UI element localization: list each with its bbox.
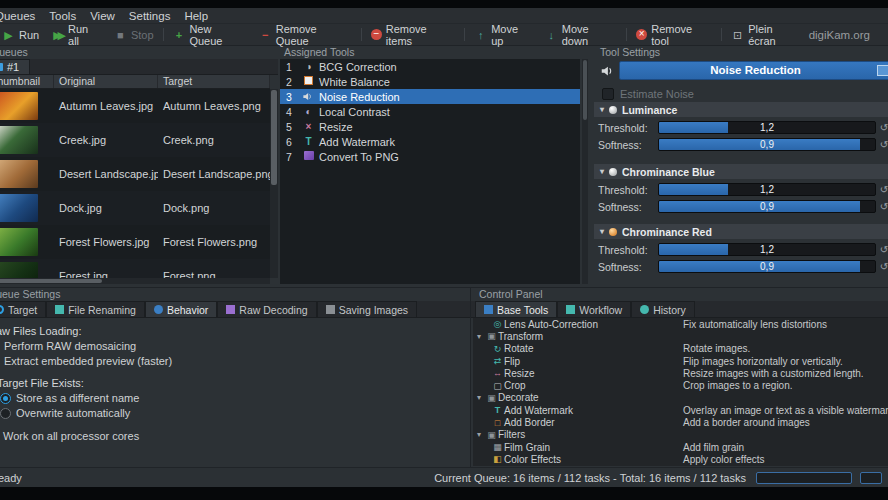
move-up-button[interactable]: ↑Move up (468, 21, 539, 49)
tree-item[interactable]: □Add BorderAdd a border around images (473, 416, 888, 428)
tree-category[interactable]: ▾▣Transform (473, 330, 888, 342)
table-row[interactable]: Creek.jpgCreek.png (0, 123, 270, 157)
option-label: Perform RAW demosaicing (4, 340, 136, 352)
list-item[interactable]: 1◑BCG Correction (280, 59, 580, 74)
queue-table-body: Autumn Leaves.jpgAutumn Leaves.png Creek… (0, 89, 270, 278)
softness-slider[interactable]: 0,9 (658, 138, 876, 151)
tab-workflow[interactable]: Workflow (557, 301, 631, 317)
threshold-slider[interactable]: 1,2 (658, 121, 876, 134)
film-grain-icon: ▦ (491, 442, 504, 452)
tab-behavior[interactable]: Behavior (145, 301, 217, 317)
menu-queues[interactable]: Queues (0, 10, 42, 22)
detach-icon[interactable] (877, 65, 888, 76)
tree-item[interactable]: TAdd WatermarkOverlay an image or text a… (473, 404, 888, 416)
base-tools-icon (484, 305, 493, 314)
tool-index: 6 (286, 136, 298, 148)
radio-option[interactable]: Extract embedded preview (faster) (0, 354, 470, 368)
list-item[interactable]: 6TAdd Watermark (280, 134, 580, 149)
reset-icon[interactable]: ↺ (876, 139, 888, 150)
radio-option[interactable]: Overwrite automatically (0, 406, 470, 420)
table-row[interactable]: Forest.jpgForest.png (0, 259, 270, 278)
queue-settings-title: Queue Settings (0, 288, 470, 301)
table-row[interactable]: Autumn Leaves.jpgAutumn Leaves.png (0, 89, 270, 123)
tree-item[interactable]: ▦Film GrainAdd film grain (473, 441, 888, 453)
scrollbar-thumb[interactable] (271, 90, 277, 185)
fullscreen-button[interactable]: ⊡Plein écran (725, 21, 808, 49)
threshold-label: Threshold: (598, 244, 658, 256)
bulb-icon (609, 228, 617, 236)
reset-icon[interactable]: ↺ (876, 201, 888, 212)
tree-item[interactable]: ◧Color EffectsApply color effects (473, 453, 888, 465)
tool-label: White Balance (319, 76, 390, 88)
stop-button[interactable]: ■Stop (108, 27, 160, 43)
tab-raw-decoding[interactable]: Raw Decoding (217, 301, 316, 317)
remove-tool-circle-icon: × (636, 29, 647, 40)
reset-icon[interactable]: ↺ (876, 261, 888, 272)
scrollbar-thumb[interactable] (583, 60, 587, 120)
threshold-slider[interactable]: 1,2 (658, 183, 876, 196)
remove-items-button[interactable]: −Remove items (365, 21, 461, 49)
reset-icon[interactable]: ↺ (876, 244, 888, 255)
add-watermark-icon: T (302, 136, 315, 147)
run-button[interactable]: ▶Run (0, 27, 45, 43)
tree-item[interactable]: ▢CropCrop images to a region. (473, 379, 888, 391)
tool-index: 5 (286, 121, 298, 133)
progress-indicator (860, 472, 882, 484)
tree-category[interactable]: ▾▣Filters (473, 429, 888, 441)
reset-icon[interactable]: ↺ (876, 122, 888, 133)
column-thumbnail[interactable]: Thumbnail (0, 75, 54, 88)
list-item[interactable]: 4◐Local Contrast (280, 104, 580, 119)
chevron-down-icon: ▾ (473, 332, 485, 341)
threshold-label: Threshold: (598, 184, 658, 196)
reset-icon[interactable]: ↺ (876, 184, 888, 195)
checkbox-option[interactable]: ✓Work on all processor cores (0, 429, 470, 443)
estimate-noise-checkbox[interactable] (602, 88, 614, 100)
tab-base-tools[interactable]: Base Tools (475, 301, 557, 317)
tab-file-renaming[interactable]: File Renaming (46, 301, 145, 317)
radio-icon[interactable] (0, 408, 11, 419)
behavior-tab-content: Raw Files Loading: Perform RAW demosaici… (0, 318, 470, 467)
run-all-button[interactable]: ▶▶Run all (45, 21, 108, 49)
queue-tab-1[interactable]: #1 (0, 59, 30, 74)
list-item[interactable]: 2White Balance (280, 74, 580, 89)
section-header[interactable]: ▾Chrominance Red (594, 224, 888, 239)
radio-option[interactable]: Store as a different name (0, 391, 470, 405)
move-down-button[interactable]: ↓Move down (539, 21, 624, 49)
remove-tool-button[interactable]: ×Remove tool (630, 21, 718, 49)
table-row[interactable]: Forest Flowers.jpgForest Flowers.png (0, 225, 270, 259)
section-header[interactable]: ▾Luminance (594, 102, 888, 117)
radio-option[interactable]: Perform RAW demosaicing (0, 339, 470, 353)
list-item[interactable]: 7Convert To PNG (280, 149, 580, 164)
tree-category[interactable]: ▾▣Decorate (473, 392, 888, 404)
tree-item[interactable]: ⇄FlipFlip images horizontally or vertica… (473, 355, 888, 367)
softness-slider[interactable]: 0,9 (658, 200, 876, 213)
section-header[interactable]: ▾Chrominance Blue (594, 164, 888, 179)
radio-selected-icon[interactable] (0, 393, 11, 404)
vertical-scrollbar[interactable] (582, 59, 588, 284)
column-target[interactable]: Target (158, 75, 270, 88)
list-item[interactable]: 5×Resize (280, 119, 580, 134)
new-queue-button[interactable]: +New Queue (167, 21, 253, 49)
tab-history[interactable]: History (631, 301, 695, 317)
threshold-slider[interactable]: 1,2 (658, 243, 876, 256)
plus-icon: + (173, 29, 186, 41)
color-effects-icon: ◧ (491, 454, 504, 464)
horizontal-scrollbar[interactable] (0, 278, 270, 284)
table-row[interactable]: Desert Landscape.jpgDesert Landscape.png (0, 157, 270, 191)
tree-item[interactable]: ↔ResizeResize images with a customized l… (473, 367, 888, 379)
column-original[interactable]: Original (54, 75, 158, 88)
tree-desc: Crop images to a region. (683, 380, 793, 391)
list-item-selected[interactable]: 3Noise Reduction (280, 89, 580, 104)
softness-slider[interactable]: 0,9 (658, 260, 876, 273)
tree-item[interactable]: ↻RotateRotate images. (473, 343, 888, 355)
vertical-scrollbar[interactable] (270, 89, 278, 278)
tool-label: Local Contrast (319, 106, 390, 118)
assigned-tools-panel: Assigned Tools 1◑BCG Correction 2White B… (278, 46, 592, 287)
tab-target[interactable]: Target (0, 301, 46, 317)
tab-saving-images[interactable]: Saving Images (317, 301, 417, 317)
scrollbar-thumb[interactable] (0, 279, 102, 283)
control-panel: Control Panel Base Tools Workflow Histor… (470, 287, 888, 467)
remove-queue-button[interactable]: −Remove Queue (253, 21, 358, 49)
tree-item[interactable]: ◎Lens Auto-CorrectionFix automatically l… (473, 318, 888, 330)
table-row[interactable]: Dock.jpgDock.png (0, 191, 270, 225)
